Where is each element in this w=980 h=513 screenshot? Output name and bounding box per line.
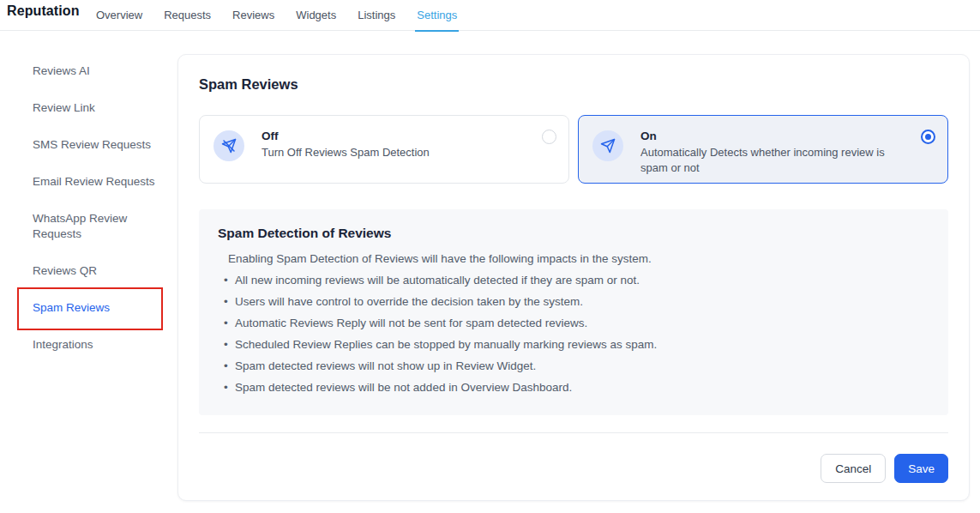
option-on-text: On Automatically Detects whether incomin… [640,129,910,176]
option-on-description: Automatically Detects whether incoming r… [640,145,910,176]
option-off-title: Off [262,129,430,144]
send-icon [592,130,623,161]
info-panel-title: Spam Detection of Reviews [218,224,929,243]
info-bullet: All new incoming reviews will be automat… [224,273,929,288]
tab-requests[interactable]: Requests [162,0,213,32]
tab-widgets[interactable]: Widgets [294,0,338,32]
sidebar-item-review-link[interactable]: Review Link [33,100,161,116]
sidebar-item-email-review-requests[interactable]: Email Review Requests [33,174,161,190]
tab-reviews[interactable]: Reviews [231,0,276,32]
option-off-card[interactable]: Off Turn Off Reviews Spam Detection [199,115,569,184]
sidebar-item-reviews-qr[interactable]: Reviews QR [33,263,161,279]
save-button[interactable]: Save [894,454,948,483]
spam-detection-info-panel: Spam Detection of Reviews Enabling Spam … [199,209,948,415]
tab-settings[interactable]: Settings [415,0,459,32]
sidebar-item-reviews-ai[interactable]: Reviews AI [33,63,161,79]
tab-overview[interactable]: Overview [94,0,144,32]
sidebar-item-spam-reviews[interactable]: Spam Reviews [33,300,161,316]
info-bullet: Spam detected reviews will not show up i… [224,359,929,374]
info-bullet: Scheduled Review Replies can be stopped … [224,337,929,353]
tab-listings[interactable]: Listings [356,0,397,32]
brand-title: Reputation [7,3,80,19]
page-title: Spam Reviews [199,76,948,93]
footer-actions: Cancel Save [199,454,948,483]
sidebar-item-integrations[interactable]: Integrations [33,337,161,353]
info-panel-intro: Enabling Spam Detection of Reviews will … [228,251,929,267]
info-bullet: Automatic Reviews Reply will not be sent… [224,316,929,331]
info-bullet: Users will have control to override the … [224,294,929,310]
option-off-description: Turn Off Reviews Spam Detection [262,145,430,160]
option-off-radio[interactable] [542,130,556,144]
info-bullet-list: All new incoming reviews will be automat… [224,273,929,395]
spam-reviews-panel: Spam Reviews Off Turn Off Reviews Spam D… [177,54,970,501]
info-bullet: Spam detected reviews will be not added … [224,380,929,395]
settings-sidebar: Reviews AI Review Link SMS Review Reques… [33,63,161,374]
sidebar-item-label: Spam Reviews [33,301,110,314]
option-on-title: On [640,129,910,144]
sidebar-item-sms-review-requests[interactable]: SMS Review Requests [33,137,161,153]
option-off-text: Off Turn Off Reviews Spam Detection [262,129,430,160]
nav-tabs: Overview Requests Reviews Widgets Listin… [94,0,459,31]
send-off-icon [213,130,244,161]
sidebar-item-whatsapp-review-requests[interactable]: WhatsApp Review Requests [33,211,161,242]
option-on-radio[interactable] [921,130,935,144]
cancel-button[interactable]: Cancel [821,454,886,483]
spam-detection-options: Off Turn Off Reviews Spam Detection On A… [199,115,948,184]
page: Reputation Overview Requests Reviews Wid… [0,0,980,513]
footer-divider [199,432,948,433]
top-navbar: Reputation Overview Requests Reviews Wid… [0,0,980,31]
option-on-card[interactable]: On Automatically Detects whether incomin… [578,115,948,184]
